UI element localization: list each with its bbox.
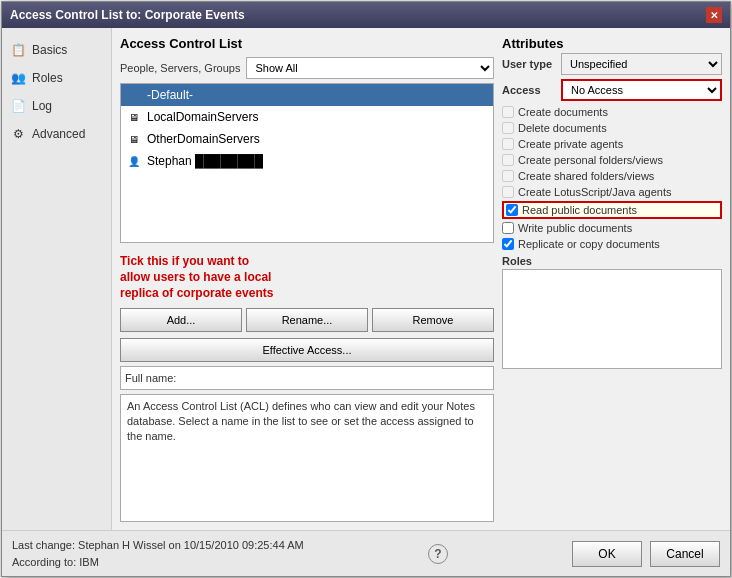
- main-content: Access Control List People, Servers, Gro…: [112, 28, 730, 530]
- sidebar-item-log[interactable]: 📄 Log: [2, 92, 111, 120]
- acl-item-other-label: OtherDomainServers: [147, 132, 260, 146]
- create-folders-item: Create personal folders/views: [502, 153, 722, 167]
- acl-panel: Access Control List People, Servers, Gro…: [120, 36, 494, 522]
- roles-label: Roles: [502, 255, 722, 267]
- sidebar-item-basics-label: Basics: [32, 43, 67, 57]
- acl-item-stephan-label: Stephan ████████: [147, 154, 263, 168]
- sidebar-item-log-label: Log: [32, 99, 52, 113]
- read-public-label: Read public documents: [522, 204, 637, 216]
- acl-title: Access Control List: [120, 36, 494, 51]
- cancel-button[interactable]: Cancel: [650, 541, 720, 567]
- fullname-row: Full name:: [120, 366, 494, 390]
- sidebar: 📋 Basics 👥 Roles 📄 Log ⚙ Advanced: [2, 28, 112, 530]
- create-folders-label: Create personal folders/views: [518, 154, 663, 166]
- read-public-checkbox[interactable]: [506, 204, 518, 216]
- according-to: According to: IBM: [12, 554, 304, 571]
- sidebar-item-advanced[interactable]: ⚙ Advanced: [2, 120, 111, 148]
- create-docs-label: Create documents: [518, 106, 608, 118]
- acl-item-default[interactable]: -Default-: [121, 84, 493, 106]
- bottom-buttons: OK Cancel: [572, 541, 720, 567]
- acl-item-default-label: -Default-: [147, 88, 193, 102]
- acl-buttons: Add... Rename... Remove: [120, 308, 494, 332]
- create-docs-item: Create documents: [502, 105, 722, 119]
- server-icon-1: 🖥: [127, 112, 141, 123]
- create-shared-item: Create shared folders/views: [502, 169, 722, 183]
- access-row: Access No Access Depositor Reader Author…: [502, 79, 722, 101]
- access-label: Access: [502, 84, 557, 96]
- title-bar: Access Control List to: Corporate Events…: [2, 2, 730, 28]
- create-folders-checkbox[interactable]: [502, 154, 514, 166]
- description-box: An Access Control List (ACL) defines who…: [120, 394, 494, 522]
- sidebar-item-roles[interactable]: 👥 Roles: [2, 64, 111, 92]
- create-shared-checkbox[interactable]: [502, 170, 514, 182]
- help-button[interactable]: ?: [428, 544, 448, 564]
- user-type-select[interactable]: Unspecified Person Server Person Group S…: [561, 53, 722, 75]
- read-public-item: Read public documents: [502, 201, 722, 219]
- create-agents-label: Create private agents: [518, 138, 623, 150]
- user-type-label: User type: [502, 58, 557, 70]
- access-select[interactable]: No Access Depositor Reader Author Editor…: [561, 79, 722, 101]
- roles-section: Roles: [502, 255, 722, 369]
- last-change: Last change: Stephan H Wissel on 10/15/2…: [12, 537, 304, 554]
- fullname-label: Full name:: [125, 372, 176, 384]
- person-icon: 👤: [127, 156, 141, 167]
- write-public-label: Write public documents: [518, 222, 632, 234]
- delete-docs-checkbox[interactable]: [502, 122, 514, 134]
- create-lotusscript-item: Create LotusScript/Java agents: [502, 185, 722, 199]
- create-agents-item: Create private agents: [502, 137, 722, 151]
- basics-icon: 📋: [10, 42, 26, 58]
- sidebar-item-advanced-label: Advanced: [32, 127, 85, 141]
- close-button[interactable]: ✕: [706, 7, 722, 23]
- roles-list[interactable]: [502, 269, 722, 369]
- bottom-bar: Last change: Stephan H Wissel on 10/15/2…: [2, 530, 730, 576]
- ok-button[interactable]: OK: [572, 541, 642, 567]
- sidebar-item-roles-label: Roles: [32, 71, 63, 85]
- permissions-group: Create documents Delete documents Create…: [502, 105, 722, 251]
- add-button[interactable]: Add...: [120, 308, 242, 332]
- rename-button[interactable]: Rename...: [246, 308, 368, 332]
- bottom-info: Last change: Stephan H Wissel on 10/15/2…: [12, 537, 304, 570]
- dialog: Access Control List to: Corporate Events…: [1, 1, 731, 577]
- filter-label: People, Servers, Groups: [120, 62, 240, 74]
- remove-button[interactable]: Remove: [372, 308, 494, 332]
- create-agents-checkbox[interactable]: [502, 138, 514, 150]
- replicate-copy-item: Replicate or copy documents: [502, 237, 722, 251]
- create-lotusscript-checkbox[interactable]: [502, 186, 514, 198]
- replicate-copy-label: Replicate or copy documents: [518, 238, 660, 250]
- acl-item-otherdomainservers[interactable]: 🖥 OtherDomainServers: [121, 128, 493, 150]
- create-shared-label: Create shared folders/views: [518, 170, 654, 182]
- create-lotusscript-label: Create LotusScript/Java agents: [518, 186, 671, 198]
- server-icon-2: 🖥: [127, 134, 141, 145]
- dialog-title: Access Control List to: Corporate Events: [10, 8, 245, 22]
- create-docs-checkbox[interactable]: [502, 106, 514, 118]
- acl-item-local-label: LocalDomainServers: [147, 110, 258, 124]
- delete-docs-item: Delete documents: [502, 121, 722, 135]
- log-icon: 📄: [10, 98, 26, 114]
- roles-icon: 👥: [10, 70, 26, 86]
- attributes-panel: Attributes User type Unspecified Person …: [502, 36, 722, 522]
- acl-item-stephan[interactable]: 👤 Stephan ████████: [121, 150, 493, 172]
- delete-docs-label: Delete documents: [518, 122, 607, 134]
- attributes-title: Attributes: [502, 36, 722, 51]
- replicate-copy-checkbox[interactable]: [502, 238, 514, 250]
- user-type-row: User type Unspecified Person Server Pers…: [502, 53, 722, 75]
- filter-select[interactable]: Show All People Servers Groups: [246, 57, 494, 79]
- effective-access-button[interactable]: Effective Access...: [120, 338, 494, 362]
- acl-list[interactable]: -Default- 🖥 LocalDomainServers 🖥 OtherDo…: [120, 83, 494, 243]
- annotation-text: Tick this if you want toallow users to h…: [120, 251, 494, 304]
- write-public-checkbox[interactable]: [502, 222, 514, 234]
- advanced-icon: ⚙: [10, 126, 26, 142]
- filter-row: People, Servers, Groups Show All People …: [120, 57, 494, 79]
- write-public-item: Write public documents: [502, 221, 722, 235]
- acl-item-localdomainservers[interactable]: 🖥 LocalDomainServers: [121, 106, 493, 128]
- sidebar-item-basics[interactable]: 📋 Basics: [2, 36, 111, 64]
- dialog-body: 📋 Basics 👥 Roles 📄 Log ⚙ Advanced Access…: [2, 28, 730, 530]
